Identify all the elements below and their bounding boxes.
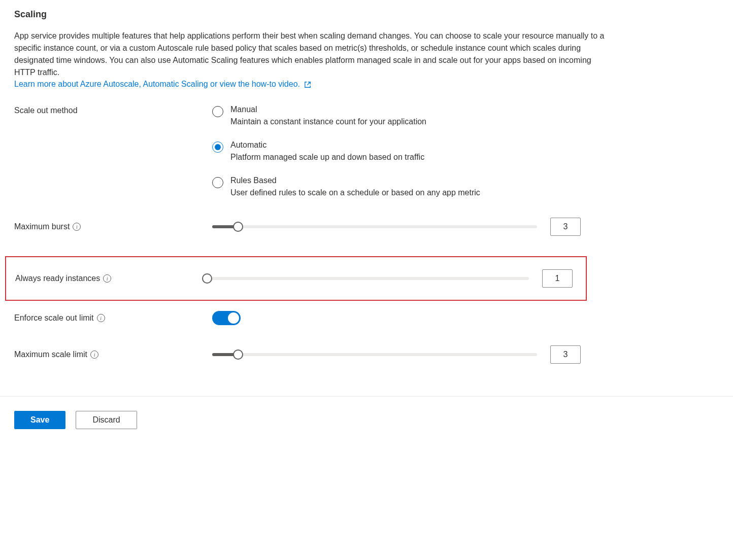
max-burst-value[interactable]: 3 — [550, 218, 581, 236]
max-scale-limit-value[interactable]: 3 — [550, 345, 581, 364]
always-ready-label: Always ready instances i — [15, 274, 204, 283]
radio-automatic-description: Platform managed scale up and down based… — [230, 153, 424, 162]
scale-method-label: Scale out method — [14, 105, 212, 115]
scale-method-radio-group: Manual Maintain a constant instance coun… — [212, 105, 719, 197]
always-ready-highlight: Always ready instances i 1 — [5, 256, 587, 301]
radio-rules-description: User defined rules to scale on a schedul… — [230, 188, 480, 197]
info-icon[interactable]: i — [90, 351, 98, 359]
external-link-icon — [304, 81, 311, 88]
always-ready-slider[interactable] — [204, 273, 529, 284]
enforce-limit-label: Enforce scale out limit i — [14, 313, 212, 323]
learn-more-text: Learn more about Azure Autoscale, Automa… — [14, 80, 300, 88]
radio-automatic[interactable] — [212, 142, 223, 153]
max-scale-limit-slider[interactable] — [212, 349, 537, 360]
section-description: App service provides multiple features t… — [14, 30, 613, 79]
always-ready-value[interactable]: 1 — [542, 269, 573, 288]
info-icon[interactable]: i — [73, 223, 81, 231]
info-icon[interactable]: i — [97, 314, 105, 322]
max-burst-label: Maximum burst i — [14, 222, 212, 231]
save-button[interactable]: Save — [14, 411, 65, 429]
info-icon[interactable]: i — [103, 274, 111, 283]
radio-manual-label: Manual — [230, 105, 426, 114]
radio-rules[interactable] — [212, 177, 223, 188]
enforce-limit-toggle[interactable] — [212, 311, 241, 325]
section-title: Scaling — [14, 9, 719, 20]
radio-manual-description: Maintain a constant instance count for y… — [230, 117, 426, 126]
discard-button[interactable]: Discard — [76, 411, 137, 429]
radio-manual[interactable] — [212, 106, 223, 117]
learn-more-link[interactable]: Learn more about Azure Autoscale, Automa… — [14, 80, 311, 88]
footer: Save Discard — [0, 396, 733, 429]
max-burst-slider[interactable] — [212, 222, 537, 232]
radio-automatic-label: Automatic — [230, 141, 424, 150]
max-scale-limit-label: Maximum scale limit i — [14, 350, 212, 359]
radio-rules-label: Rules Based — [230, 176, 480, 185]
